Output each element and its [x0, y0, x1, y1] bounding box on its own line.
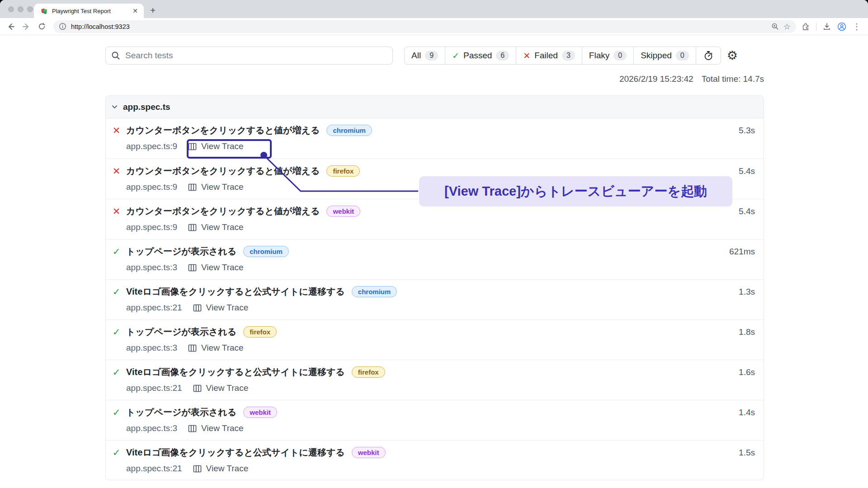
filter-count-badge: 0: [676, 51, 689, 61]
filter-label: Passed: [463, 51, 492, 61]
test-location: app.spec.ts:3: [126, 423, 177, 433]
test-status-icon: ✕: [111, 166, 122, 177]
project-badge[interactable]: webkit: [352, 447, 386, 458]
tab-title: Playwright Test Report: [52, 8, 127, 14]
filter-tab[interactable]: ✕ Failed 3: [516, 47, 582, 64]
filter-label: Flaky: [589, 51, 609, 61]
test-duration: 5.4s: [739, 166, 759, 176]
filter-tab[interactable]: All 9: [405, 47, 445, 64]
test-duration: 621ms: [729, 247, 759, 257]
project-badge[interactable]: chromium: [352, 286, 397, 297]
test-title[interactable]: Viteロゴ画像をクリックすると公式サイトに遷移する: [126, 286, 345, 298]
view-trace-link[interactable]: View Trace: [201, 182, 244, 192]
test-row[interactable]: ✓ トップページが表示される webkit 1.4s app.spec.ts:3…: [106, 400, 764, 440]
project-badge[interactable]: firefox: [243, 326, 277, 338]
test-title[interactable]: カウンターボタンをクリックすると値が増える: [126, 165, 320, 177]
test-title[interactable]: トップページが表示される: [126, 406, 236, 418]
search-icon: [111, 51, 120, 60]
project-badge[interactable]: firefox: [352, 366, 385, 378]
view-trace-link[interactable]: View Trace: [206, 383, 249, 393]
view-trace-link[interactable]: View Trace: [206, 464, 249, 474]
filter-count-badge: 3: [562, 51, 575, 61]
back-button[interactable]: [5, 20, 17, 33]
filter-count-badge: 0: [613, 51, 627, 61]
test-row[interactable]: ✕ カウンターボタンをクリックすると値が増える firefox 5.4s app…: [106, 159, 764, 199]
trace-columns-icon: [188, 344, 197, 352]
tab-strip: Playwright Test Report ✕ +: [0, 0, 868, 18]
filter-label: Failed: [534, 51, 558, 61]
test-row[interactable]: ✓ トップページが表示される firefox 1.8s app.spec.ts:…: [106, 319, 764, 360]
test-row[interactable]: ✕ カウンターボタンをクリックすると値が増える webkit 5.4s app.…: [106, 199, 764, 239]
test-title[interactable]: カウンターボタンをクリックすると値が増える: [126, 124, 320, 136]
test-location: app.spec.ts:21: [126, 303, 182, 313]
test-duration: 5.4s: [739, 206, 759, 216]
trace-columns-icon: [193, 465, 202, 473]
project-badge[interactable]: webkit: [243, 407, 277, 418]
tab-close-icon[interactable]: ✕: [131, 7, 139, 14]
view-trace-link[interactable]: View Trace: [206, 303, 249, 313]
test-status-icon: ✕: [111, 206, 122, 217]
close-window-button[interactable]: [8, 6, 14, 12]
test-file-card: app.spec.ts ✕ カウンターボタンをクリックすると値が増える chro…: [105, 95, 764, 480]
view-trace-link[interactable]: View Trace: [201, 423, 244, 433]
reload-button[interactable]: [35, 20, 48, 33]
profile-avatar-icon[interactable]: [837, 22, 846, 31]
forward-button[interactable]: [20, 20, 33, 33]
test-status-icon: ✓: [111, 286, 122, 297]
chevron-down-icon: [111, 103, 118, 110]
reload-icon: [38, 23, 46, 30]
project-badge[interactable]: webkit: [326, 206, 360, 217]
settings-gear-icon[interactable]: ⚙: [727, 50, 738, 62]
view-trace-link[interactable]: View Trace: [201, 343, 244, 353]
test-title[interactable]: トップページが表示される: [126, 326, 236, 338]
filter-count-badge: 9: [425, 51, 438, 61]
timer-button[interactable]: [696, 47, 721, 64]
project-badge[interactable]: chromium: [326, 125, 372, 136]
search-box[interactable]: [105, 47, 393, 65]
test-row[interactable]: ✓ トップページが表示される chromium 621ms app.spec.t…: [106, 239, 764, 279]
search-input[interactable]: [125, 51, 387, 61]
filter-count-badge: 6: [496, 51, 509, 61]
trace-columns-icon: [193, 304, 202, 312]
trace-columns-icon: [188, 183, 197, 192]
toolbar-divider: [816, 23, 816, 31]
test-title[interactable]: トップページが表示される: [126, 245, 236, 258]
view-trace-link[interactable]: View Trace: [201, 263, 244, 272]
view-trace-link[interactable]: View Trace: [201, 141, 244, 151]
file-group-header[interactable]: app.spec.ts: [106, 96, 764, 118]
minimize-window-button[interactable]: [18, 6, 24, 12]
test-duration: 5.3s: [739, 126, 759, 136]
browser-tab[interactable]: Playwright Test Report ✕: [34, 4, 144, 18]
trace-columns-icon: [193, 384, 202, 393]
zoom-window-button[interactable]: [27, 6, 33, 12]
test-duration: 1.3s: [739, 287, 759, 297]
test-title[interactable]: Viteロゴ画像をクリックすると公式サイトに遷移する: [126, 366, 345, 378]
test-location: app.spec.ts:9: [126, 182, 177, 192]
filter-tab[interactable]: ✓ Passed 6: [445, 47, 516, 64]
test-row[interactable]: ✓ Viteロゴ画像をクリックすると公式サイトに遷移する firefox 1.6…: [106, 360, 764, 400]
filter-tab[interactable]: Skipped 0: [633, 47, 696, 64]
download-icon[interactable]: [823, 23, 831, 31]
view-trace-link[interactable]: View Trace: [201, 222, 244, 232]
test-status-icon: ✓: [111, 447, 122, 458]
test-location: app.spec.ts:9: [126, 141, 177, 151]
site-info-icon[interactable]: [59, 23, 66, 30]
project-badge[interactable]: chromium: [243, 246, 289, 257]
browser-menu-icon[interactable]: ⋮: [853, 23, 861, 31]
toolbar-right-icons: ⋮: [802, 22, 863, 31]
filter-tab[interactable]: Flaky 0: [582, 47, 633, 64]
extensions-icon[interactable]: [802, 23, 810, 31]
url-bar[interactable]: http://localhost:9323 ☆: [53, 20, 796, 33]
project-badge[interactable]: firefox: [326, 165, 360, 177]
zoom-page-icon[interactable]: [771, 23, 779, 30]
test-row[interactable]: ✕ カウンターボタンをクリックすると値が増える chromium 5.3s ap…: [106, 118, 764, 159]
test-row[interactable]: ✓ Viteロゴ画像をクリックすると公式サイトに遷移する chromium 1.…: [106, 279, 764, 319]
test-row[interactable]: ✓ Viteロゴ画像をクリックすると公式サイトに遷移する webkit 1.5s…: [106, 440, 764, 480]
test-location: app.spec.ts:21: [126, 383, 182, 393]
test-duration: 1.5s: [739, 448, 759, 458]
bookmark-star-icon[interactable]: ☆: [783, 23, 791, 31]
new-tab-button[interactable]: +: [150, 5, 156, 15]
test-title[interactable]: カウンターボタンをクリックすると値が増える: [126, 205, 320, 217]
filter-label: All: [411, 51, 421, 61]
test-title[interactable]: Viteロゴ画像をクリックすると公式サイトに遷移する: [126, 446, 345, 459]
